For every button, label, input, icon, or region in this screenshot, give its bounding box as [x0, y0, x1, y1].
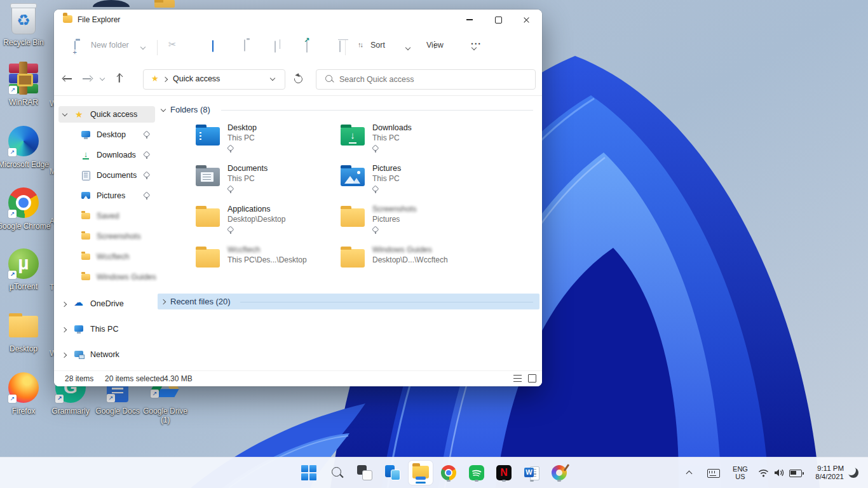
- nav-item-pictures[interactable]: Pictures: [58, 187, 155, 204]
- nav-item-label: Quick access: [90, 110, 137, 119]
- desktop-icon-recycle-bin[interactable]: Recycle Bin: [3, 5, 44, 34]
- large-icons-view-icon[interactable]: [528, 374, 536, 383]
- search-input[interactable]: [338, 70, 525, 89]
- desktop-icon-utorrent[interactable]: µTorrent: [3, 248, 44, 279]
- delete-button[interactable]: [339, 41, 341, 52]
- focus-assist-moon-icon[interactable]: [848, 468, 858, 478]
- folders-collapse-chevron[interactable]: [161, 107, 166, 113]
- widgets-button[interactable]: [383, 463, 403, 483]
- forward-button[interactable]: [82, 74, 92, 83]
- desktop-icon-microsoft-edge[interactable]: Microsoft Edge: [3, 126, 44, 156]
- folder-tile[interactable]: Windows Guides Desktop\D...\Wccftech: [336, 244, 477, 280]
- nav-item-network[interactable]: Network: [58, 346, 155, 363]
- divider: [221, 110, 533, 111]
- new-folder-button[interactable]: [74, 41, 76, 53]
- divider: [54, 95, 542, 96]
- touch-keyboard-icon[interactable]: [707, 469, 720, 478]
- task-view-button[interactable]: [355, 463, 375, 483]
- taskbar-chrome[interactable]: [438, 463, 459, 483]
- sort-button[interactable]: Sort: [370, 41, 385, 50]
- new-folder-label[interactable]: New folder: [91, 41, 129, 50]
- view-button[interactable]: View: [426, 41, 444, 50]
- pin-icon: [227, 186, 234, 193]
- breadcrumb-chevron-icon[interactable]: [163, 76, 169, 82]
- taskbar-paint[interactable]: [549, 463, 569, 483]
- folder-tile[interactable]: Screenshots Pictures: [336, 203, 477, 239]
- nav-item-folder[interactable]: Wccftech: [58, 248, 155, 265]
- battery-icon[interactable]: [789, 470, 802, 477]
- folder-tile-applications[interactable]: Applications Desktop\Desktop: [191, 203, 332, 239]
- volume-icon[interactable]: [774, 468, 784, 477]
- minimize-button[interactable]: [455, 10, 484, 30]
- pin-icon: [227, 226, 234, 234]
- folder-tile-downloads[interactable]: Downloads This PC: [336, 122, 477, 158]
- chevron-down-icon[interactable]: [62, 112, 68, 118]
- desktop-icon-winrar[interactable]: WinRAR: [3, 64, 44, 94]
- folder-tile-documents[interactable]: Documents This PC: [191, 163, 332, 198]
- desktop-icon-desktop-folder[interactable]: Desktop: [3, 311, 44, 337]
- rename-button[interactable]: [275, 41, 276, 53]
- back-button[interactable]: [63, 74, 73, 83]
- refresh-icon[interactable]: [292, 73, 304, 85]
- breadcrumb-location[interactable]: Quick access: [173, 74, 220, 83]
- close-button[interactable]: [512, 10, 541, 30]
- start-button[interactable]: [299, 463, 319, 483]
- nav-item-downloads[interactable]: Downloads: [58, 147, 155, 163]
- desktop-icon-firefox[interactable]: Firefox: [3, 372, 44, 403]
- partial-icon-label: T: [50, 283, 54, 292]
- address-box[interactable]: Quick access: [143, 69, 285, 90]
- tile-name: Pictures: [372, 164, 401, 173]
- chevron-down-icon[interactable]: [405, 46, 411, 51]
- nav-item-folder[interactable]: Saved: [58, 208, 155, 224]
- recent-files-group-header[interactable]: Recent files (20): [170, 297, 231, 306]
- recent-files-expand-chevron[interactable]: [161, 299, 167, 304]
- folder-tile[interactable]: Wccftech This PC\Des...\Desktop: [191, 244, 332, 280]
- wifi-icon[interactable]: [758, 469, 769, 477]
- cut-button[interactable]: [168, 39, 177, 50]
- language-indicator[interactable]: ENG US: [729, 465, 751, 480]
- desktop-icon-google-chrome[interactable]: Google Chrome: [3, 187, 44, 218]
- see-more-button[interactable]: ···: [471, 39, 482, 49]
- details-view-icon[interactable]: [513, 375, 522, 382]
- taskbar-file-explorer[interactable]: [409, 461, 433, 485]
- folder-icon: [81, 274, 90, 280]
- hidden-icons-chevron[interactable]: [686, 470, 693, 476]
- folder-icon: [63, 15, 72, 23]
- nav-item-desktop[interactable]: Desktop: [58, 126, 155, 143]
- nav-item-onedrive[interactable]: OneDrive: [58, 295, 155, 312]
- search-box[interactable]: [316, 69, 536, 90]
- clock[interactable]: 9:11 PM 8/4/2021: [806, 464, 844, 481]
- folder-tile-desktop[interactable]: Desktop This PC: [191, 122, 332, 158]
- nav-item-folder[interactable]: Windows Guides: [58, 269, 155, 285]
- share-button[interactable]: [306, 41, 308, 53]
- nav-item-folder[interactable]: Screenshots: [58, 228, 155, 245]
- chevron-right-icon[interactable]: [62, 352, 68, 358]
- folder-tile-pictures[interactable]: Pictures This PC: [336, 163, 477, 198]
- address-dropdown-chevron[interactable]: [270, 76, 276, 82]
- chevron-right-icon[interactable]: [62, 327, 68, 332]
- nav-item-quick-access[interactable]: Quick access: [58, 106, 155, 123]
- maximize-button[interactable]: [484, 10, 512, 30]
- desktop-icon-label: Desktop: [0, 344, 51, 353]
- taskbar-netflix[interactable]: [494, 463, 514, 483]
- up-button[interactable]: [115, 74, 125, 83]
- taskbar-word[interactable]: [522, 463, 542, 483]
- paste-button[interactable]: [244, 39, 245, 51]
- running-app-indicator: [502, 480, 506, 482]
- recent-locations-chevron[interactable]: [100, 76, 105, 82]
- nav-item-documents[interactable]: Documents: [58, 167, 155, 184]
- search-button[interactable]: [327, 463, 347, 483]
- chevron-right-icon[interactable]: [62, 301, 68, 307]
- nav-item-this-pc[interactable]: This PC: [58, 321, 155, 337]
- taskbar: ENG US 9:11 PM 8/4/2021: [0, 457, 868, 488]
- downloads-icon: [81, 151, 90, 159]
- copy-button[interactable]: [212, 40, 214, 52]
- sort-icon[interactable]: [358, 41, 362, 48]
- folders-group-header[interactable]: Folders (8): [170, 105, 210, 114]
- running-app-indicator: [475, 480, 478, 482]
- taskbar-spotify[interactable]: [466, 463, 487, 483]
- title-bar[interactable]: File Explorer: [54, 10, 542, 30]
- shortcut-arrow-icon: [8, 271, 17, 279]
- chevron-down-icon[interactable]: [140, 45, 146, 51]
- pin-icon: [372, 226, 379, 234]
